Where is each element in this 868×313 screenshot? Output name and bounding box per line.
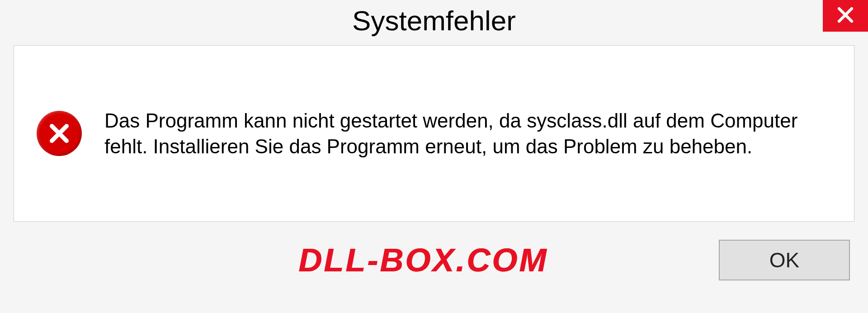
titlebar: Systemfehler bbox=[0, 0, 868, 41]
dialog-footer: DLL-BOX.COM OK bbox=[0, 222, 868, 280]
close-button[interactable] bbox=[823, 0, 868, 32]
error-icon bbox=[37, 111, 82, 156]
ok-button[interactable]: OK bbox=[719, 240, 850, 280]
error-dialog: Systemfehler Das Programm kann nicht ges… bbox=[0, 0, 868, 313]
close-icon bbox=[836, 5, 855, 26]
error-message: Das Programm kann nicht gestartet werden… bbox=[104, 108, 831, 159]
dialog-title: Systemfehler bbox=[352, 5, 516, 37]
watermark-text: DLL-BOX.COM bbox=[298, 242, 548, 279]
ok-button-label: OK bbox=[769, 248, 799, 272]
message-panel: Das Programm kann nicht gestartet werden… bbox=[14, 45, 854, 222]
